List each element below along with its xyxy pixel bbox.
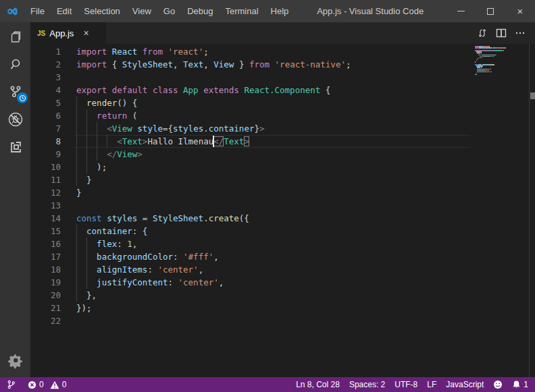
menu-go[interactable]: Go	[157, 0, 181, 22]
problems-indicator[interactable]: 0 0	[28, 380, 66, 389]
more-actions-button[interactable]	[511, 22, 530, 44]
line-number[interactable]: 2	[30, 58, 61, 71]
line-number[interactable]: 13	[30, 199, 61, 212]
activity-search[interactable]	[0, 50, 30, 78]
title-bar: File Edit Selection View Go Debug Termin…	[0, 0, 535, 22]
indentation[interactable]: Spaces: 2	[349, 380, 385, 389]
line-number[interactable]: 3	[30, 71, 61, 84]
menu-file[interactable]: File	[24, 0, 51, 22]
code-text: });	[76, 302, 92, 314]
line-number[interactable]: 6	[30, 109, 61, 122]
code-line[interactable]: 5 render() {	[30, 96, 535, 109]
code-line[interactable]: 21});	[30, 302, 535, 314]
status-bar: 0 0 Ln 8, Col 28 Spaces: 2 UTF-8 LF Java…	[0, 377, 535, 392]
ellipsis-icon	[515, 28, 526, 38]
activity-debug[interactable]	[0, 105, 30, 133]
close-button[interactable]: ×	[505, 0, 535, 22]
code-line[interactable]: 12}	[30, 186, 535, 199]
code-line[interactable]: 4export default class App extends React.…	[30, 84, 535, 96]
menu-help[interactable]: Help	[265, 0, 295, 22]
line-number[interactable]: 12	[30, 186, 61, 199]
line-number[interactable]: 14	[30, 212, 61, 225]
code-line[interactable]: 1import React from 'react';	[30, 45, 535, 58]
line-number[interactable]: 19	[30, 276, 61, 289]
window-controls: ×	[446, 0, 535, 22]
activity-source-control[interactable]	[0, 78, 30, 105]
manage-gear-button[interactable]	[8, 354, 23, 372]
bracket-match: >	[244, 136, 249, 146]
feedback-button[interactable]	[493, 380, 503, 389]
menu-terminal[interactable]: Terminal	[219, 0, 264, 22]
bell-icon	[512, 380, 521, 389]
minimap[interactable]	[475, 46, 529, 77]
code-line[interactable]: 18 alignItems: 'center',	[30, 263, 535, 276]
git-branch-indicator[interactable]	[7, 380, 18, 389]
maximize-button[interactable]	[476, 0, 505, 22]
line-number[interactable]: 17	[30, 250, 61, 263]
code-line[interactable]: 3	[30, 71, 535, 84]
tab-label: App.js	[49, 28, 74, 38]
code-line[interactable]: 16 flex: 1,	[30, 237, 535, 250]
code-editor[interactable]: 1import React from 'react';2import { Sty…	[30, 44, 535, 377]
open-changes-button[interactable]	[473, 22, 492, 44]
line-number[interactable]: 5	[30, 96, 61, 109]
eol-sequence[interactable]: LF	[427, 380, 436, 389]
maximize-icon	[487, 8, 494, 15]
line-number[interactable]: 15	[30, 225, 61, 237]
window-title: App.js - Visual Studio Code	[295, 0, 446, 22]
menu-selection[interactable]: Selection	[78, 0, 126, 22]
source-control-badge	[17, 92, 28, 103]
line-number[interactable]: 11	[30, 173, 61, 186]
notifications-button[interactable]: 1	[512, 380, 528, 389]
code-line[interactable]: 15 container: {	[30, 225, 535, 237]
code-line[interactable]: 7 <View style={styles.container}>	[30, 122, 535, 135]
line-number[interactable]: 18	[30, 263, 61, 276]
code-line[interactable]: 22	[30, 314, 535, 327]
close-icon: ×	[517, 5, 524, 17]
code-line[interactable]: 20 },	[30, 289, 535, 302]
code-text: );	[76, 161, 107, 173]
code-text: }	[76, 186, 82, 199]
split-editor-button[interactable]	[492, 22, 511, 44]
code-line[interactable]: 13	[30, 199, 535, 212]
line-number[interactable]: 22	[30, 314, 61, 327]
editor-actions	[473, 22, 535, 44]
line-number[interactable]: 16	[30, 237, 61, 250]
code-line[interactable]: 14const styles = StyleSheet.create({	[30, 212, 535, 225]
code-text: </View>	[76, 148, 143, 161]
tab-close-icon[interactable]: ×	[83, 28, 88, 38]
code-line[interactable]: 17 backgroundColor: '#fff',	[30, 250, 535, 263]
line-number[interactable]: 7	[30, 122, 61, 135]
error-count: 0	[39, 380, 44, 389]
code-line[interactable]: 8 <Text>Hallo Ilmenau</Text>	[30, 135, 535, 148]
cursor-position[interactable]: Ln 8, Col 28	[296, 380, 340, 389]
menu-debug[interactable]: Debug	[181, 0, 219, 22]
overview-ruler-cursor-marker	[530, 92, 535, 99]
overview-ruler	[529, 44, 530, 377]
javascript-file-icon: JS	[37, 30, 45, 37]
menu-edit[interactable]: Edit	[51, 0, 78, 22]
warning-count: 0	[62, 380, 67, 389]
encoding[interactable]: UTF-8	[394, 380, 417, 389]
tab-appjs[interactable]: JS App.js ×	[30, 22, 106, 44]
code-line[interactable]: 19 justifyContent: 'center',	[30, 276, 535, 289]
files-icon	[7, 28, 24, 45]
line-number[interactable]: 8	[30, 135, 61, 148]
bracket-match: </	[213, 136, 224, 146]
code-line[interactable]: 10 );	[30, 161, 535, 173]
line-number[interactable]: 10	[30, 161, 61, 173]
line-number[interactable]: 4	[30, 84, 61, 96]
code-line[interactable]: 11 }	[30, 173, 535, 186]
code-line[interactable]: 2import { StyleSheet, Text, View } from …	[30, 58, 535, 71]
activity-extensions[interactable]	[0, 133, 30, 161]
minimize-button[interactable]	[446, 0, 476, 22]
language-mode[interactable]: JavaScript	[446, 380, 484, 389]
activity-explorer[interactable]	[0, 22, 30, 50]
code-line[interactable]: 9 </View>	[30, 148, 535, 161]
line-number[interactable]: 20	[30, 289, 61, 302]
line-number[interactable]: 21	[30, 302, 61, 314]
line-number[interactable]: 9	[30, 148, 61, 161]
code-line[interactable]: 6 return (	[30, 109, 535, 122]
menu-view[interactable]: View	[126, 0, 157, 22]
line-number[interactable]: 1	[30, 45, 61, 58]
